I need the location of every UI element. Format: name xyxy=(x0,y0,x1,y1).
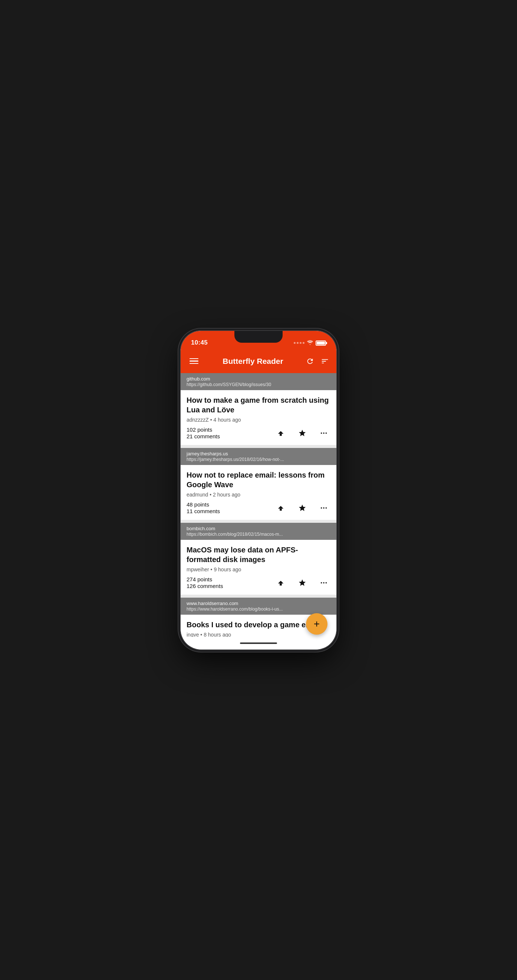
article-title: How not to replace email: lessons from G… xyxy=(187,470,330,490)
article-card: bombich.com https://bombich.com/blog/201… xyxy=(180,523,337,595)
article-separator: • xyxy=(209,492,213,498)
signal-dots xyxy=(294,342,305,344)
svg-point-3 xyxy=(326,433,327,434)
article-stats: 274 points 126 comments xyxy=(187,576,223,589)
battery-icon xyxy=(316,340,326,346)
article-actions xyxy=(274,501,330,515)
signal-dot xyxy=(303,342,305,344)
bookmark-button[interactable] xyxy=(295,501,309,515)
article-source-domain: github.com xyxy=(187,376,330,382)
signal-dot xyxy=(294,342,295,344)
svg-point-5 xyxy=(321,507,322,509)
add-button[interactable]: + xyxy=(306,613,327,635)
article-meta: mpweiher • 9 hours ago xyxy=(187,566,330,573)
upvote-button[interactable] xyxy=(274,576,287,589)
bookmark-button[interactable] xyxy=(295,426,309,440)
article-card: jamey.thesharps.us https://jamey.theshar… xyxy=(180,448,337,520)
phone-screen: 10:45 xyxy=(180,331,337,649)
article-author: eadmund xyxy=(187,492,208,498)
more-button[interactable] xyxy=(317,426,330,440)
article-separator: • xyxy=(200,632,204,637)
battery-fill xyxy=(317,342,325,345)
hamburger-line-3 xyxy=(190,363,198,364)
svg-rect-4 xyxy=(280,508,282,511)
article-stats: 48 points 11 comments xyxy=(187,501,220,514)
article-author: adnzzzzZ xyxy=(187,417,209,423)
svg-point-2 xyxy=(323,433,324,434)
hamburger-line-2 xyxy=(190,361,198,362)
article-source-bar[interactable]: jamey.thesharps.us https://jamey.theshar… xyxy=(180,448,337,465)
reload-button[interactable] xyxy=(306,357,314,365)
article-source-url: https://www.haroldserrano.com/blog/books… xyxy=(187,606,330,612)
article-card: github.com https://github.com/SSYGEN/blo… xyxy=(180,373,337,445)
hamburger-line-1 xyxy=(190,358,198,360)
upvote-button[interactable] xyxy=(274,426,287,440)
article-source-url: https://jamey.thesharps.us/2018/02/16/ho… xyxy=(187,457,330,462)
article-points: 48 points xyxy=(187,501,220,508)
header-right-icons xyxy=(306,357,329,365)
bookmark-button[interactable] xyxy=(295,576,309,589)
article-points: 102 points xyxy=(187,426,220,433)
article-source-domain: bombich.com xyxy=(187,526,330,531)
status-time: 10:45 xyxy=(191,339,208,347)
phone-frame: 10:45 xyxy=(180,331,337,649)
article-title: How to make a game from scratch using Lu… xyxy=(187,395,330,415)
article-time: 4 hours ago xyxy=(214,417,241,423)
svg-point-11 xyxy=(326,582,327,584)
article-comments: 126 comments xyxy=(187,583,223,589)
signal-dot xyxy=(300,342,302,344)
article-title: MacOS may lose data on APFS-formatted di… xyxy=(187,545,330,564)
article-separator: • xyxy=(210,417,214,423)
svg-rect-8 xyxy=(280,583,282,585)
article-footer: 274 points 126 comments xyxy=(187,576,330,589)
article-comments: 21 comments xyxy=(187,433,220,439)
svg-rect-0 xyxy=(280,433,282,436)
article-comments: 11 comments xyxy=(187,508,220,514)
svg-point-10 xyxy=(323,582,324,584)
app-header: Butterfly Reader xyxy=(180,349,337,373)
article-time: 2 hours ago xyxy=(213,492,240,498)
article-source-bar[interactable]: bombich.com https://bombich.com/blog/201… xyxy=(180,523,337,540)
article-source-url: https://github.com/SSYGEN/blog/issues/30 xyxy=(187,382,330,387)
article-source-bar[interactable]: github.com https://github.com/SSYGEN/blo… xyxy=(180,373,337,390)
wifi-icon xyxy=(307,340,313,347)
fab-container: + xyxy=(306,613,327,635)
article-source-url: https://bombich.com/blog/2018/02/15/maco… xyxy=(187,532,330,537)
article-actions xyxy=(274,576,330,589)
signal-dot xyxy=(297,342,298,344)
article-time: 8 hours ago xyxy=(204,632,231,637)
article-meta: adnzzzzZ • 4 hours ago xyxy=(187,417,330,423)
article-points: 274 points xyxy=(187,576,223,582)
more-button[interactable] xyxy=(317,576,330,589)
article-body[interactable]: How to make a game from scratch using Lu… xyxy=(180,390,337,445)
app-title: Butterfly Reader xyxy=(200,357,306,366)
more-button[interactable] xyxy=(317,501,330,515)
article-author: mpweiher xyxy=(187,566,209,573)
article-body[interactable]: How not to replace email: lessons from G… xyxy=(180,465,337,520)
notch xyxy=(235,331,282,343)
article-meta: eadmund • 2 hours ago xyxy=(187,492,330,498)
upvote-button[interactable] xyxy=(274,501,287,515)
filter-button[interactable] xyxy=(321,357,329,365)
svg-point-7 xyxy=(326,507,327,509)
article-footer: 102 points 21 comments xyxy=(187,426,330,440)
menu-button[interactable] xyxy=(188,357,200,366)
svg-point-9 xyxy=(321,582,322,584)
article-source-bar[interactable]: www.haroldserrano.com https://www.harold… xyxy=(180,598,337,615)
article-author: ingve xyxy=(187,632,199,637)
article-time: 9 hours ago xyxy=(214,566,241,573)
article-body[interactable]: MacOS may lose data on APFS-formatted di… xyxy=(180,540,337,595)
article-source-domain: jamey.thesharps.us xyxy=(187,451,330,457)
article-actions xyxy=(274,426,330,440)
article-source-domain: www.haroldserrano.com xyxy=(187,601,330,606)
article-stats: 102 points 21 comments xyxy=(187,426,220,439)
article-footer: 48 points 11 comments xyxy=(187,501,330,515)
status-icons xyxy=(294,340,326,347)
bottom-indicator xyxy=(180,637,337,649)
content-scroll[interactable]: github.com https://github.com/SSYGEN/blo… xyxy=(180,373,337,637)
svg-point-6 xyxy=(323,507,324,509)
home-indicator xyxy=(240,643,277,644)
svg-point-1 xyxy=(321,433,322,434)
